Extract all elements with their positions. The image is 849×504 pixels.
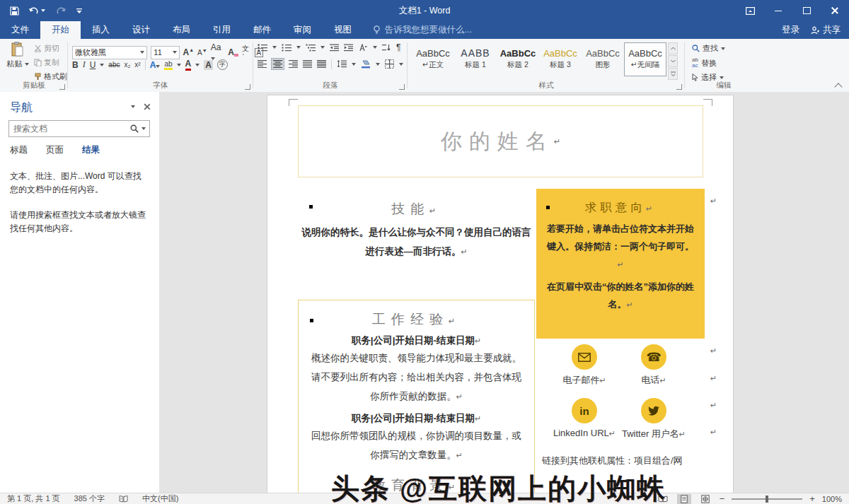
paragraph-dialog-launcher[interactable] <box>399 84 405 90</box>
style-heading3[interactable]: AaBbCc 标题 3 <box>539 42 582 76</box>
zoom-out-button[interactable]: − <box>720 493 725 504</box>
copy-button[interactable]: 复制 <box>34 57 67 68</box>
font-color-button[interactable]: A <box>185 59 192 71</box>
nav-tab-headings[interactable]: 标题 <box>10 144 28 156</box>
tab-insert[interactable]: 插入 <box>81 21 121 39</box>
sign-in-link[interactable]: 登录 <box>782 24 799 36</box>
objective-heading[interactable]: 求职意向↵ <box>536 200 705 216</box>
style-normal[interactable]: AaBbCc ↵正文 <box>412 42 454 76</box>
ribbon-display-options-icon[interactable] <box>736 0 764 21</box>
character-shading-button[interactable]: A <box>204 60 213 70</box>
line-spacing-icon[interactable] <box>337 60 347 68</box>
enclose-characters-button[interactable]: 字 <box>217 59 228 70</box>
objective-box[interactable]: 求职意向↵ 若要开始，请单击占位符文本并开始键入。保持简洁：一两个句子即可。↵ … <box>536 189 705 339</box>
align-center-icon[interactable] <box>272 59 284 69</box>
link-properties-line[interactable]: 链接到其他联机属性：项目组合/网 <box>542 455 712 467</box>
language-indicator[interactable]: 中文(中国) <box>142 493 178 504</box>
clear-formatting-button[interactable]: A <box>228 47 234 57</box>
distribute-icon[interactable] <box>317 60 326 68</box>
collapse-ribbon-icon[interactable] <box>835 82 842 88</box>
highlight-color-button[interactable]: ab <box>164 60 172 70</box>
zoom-level[interactable]: 100% <box>822 495 842 503</box>
style-heading2[interactable]: AaBbCc 标题 2 <box>497 42 539 76</box>
zoom-in-button[interactable]: + <box>809 493 815 504</box>
increase-indent-icon[interactable] <box>344 44 353 52</box>
multilevel-list-icon[interactable] <box>306 44 316 52</box>
tab-layout[interactable]: 布局 <box>161 21 202 39</box>
style-no-spacing[interactable]: AaBbCc ↵无间隔 <box>624 42 666 76</box>
name-placeholder-box[interactable]: 你的姓名 ↵ <box>298 105 703 177</box>
styles-gallery-more-icon[interactable] <box>668 68 678 80</box>
tab-file[interactable]: 文件 <box>0 21 40 39</box>
twitter-icon[interactable] <box>641 398 666 423</box>
nav-close-icon[interactable] <box>144 104 151 110</box>
bullet-list-icon[interactable] <box>258 44 267 52</box>
word-count[interactable]: 385 个字 <box>74 493 105 504</box>
linkedin-icon[interactable]: in <box>572 398 597 423</box>
tab-home[interactable]: 开始 <box>40 21 81 39</box>
shading-icon[interactable] <box>361 60 371 69</box>
highlight-caret-icon[interactable] <box>177 64 181 66</box>
skills-heading[interactable]: 技能↵ <box>301 200 531 218</box>
close-button[interactable] <box>821 0 849 21</box>
decrease-indent-icon[interactable] <box>330 44 339 52</box>
styles-scroll-up-icon[interactable] <box>668 42 678 54</box>
justify-icon[interactable] <box>303 60 312 68</box>
experience-box[interactable]: 工作经验↵ 职务|公司|开始日期-结束日期↵ 概述你的关键职责、领导能力体现和最… <box>298 300 535 493</box>
nav-tab-pages[interactable]: 页面 <box>46 144 64 156</box>
numbered-list-icon[interactable] <box>282 44 291 52</box>
objective-paragraph-2[interactable]: 在页眉中双击“你的姓名”添加你的姓名。↵ <box>545 278 696 314</box>
grow-font-button[interactable]: A▲ <box>183 47 195 57</box>
superscript-button[interactable]: x² <box>134 61 140 69</box>
twitter-label[interactable]: Twitter 用户名↵ <box>608 428 700 440</box>
borders-icon[interactable] <box>385 59 394 69</box>
font-name-combo[interactable]: 微软雅黑 <box>72 46 147 59</box>
font-color-caret-icon[interactable] <box>195 64 200 66</box>
page-indicator[interactable]: 第 1 页, 共 1 页 <box>7 493 60 504</box>
styles-dialog-launcher[interactable] <box>676 84 682 90</box>
underline-caret-icon[interactable] <box>100 64 104 66</box>
objective-paragraph-1[interactable]: 若要开始，请单击占位符文本并开始键入。保持简洁：一两个句子即可。↵ <box>545 220 696 274</box>
job-title-line-2[interactable]: 职务|公司|开始日期-结束日期↵ <box>308 412 524 425</box>
text-effects-button[interactable]: A <box>150 60 161 70</box>
save-icon[interactable] <box>10 6 19 16</box>
experience-heading[interactable]: 工作经验↵ <box>299 310 534 329</box>
align-left-icon[interactable] <box>258 60 267 68</box>
zoom-slider[interactable] <box>732 498 802 500</box>
tab-mailings[interactable]: 邮件 <box>242 21 282 39</box>
search-options-caret-icon[interactable] <box>142 127 146 130</box>
nav-options-caret-icon[interactable] <box>131 105 135 108</box>
strikethrough-button[interactable]: abc <box>108 61 120 69</box>
search-icon[interactable] <box>130 124 139 133</box>
phone-label[interactable]: 电话↵ <box>608 374 700 387</box>
phonetic-guide-button[interactable]: 文ˊ <box>242 44 251 61</box>
search-input[interactable] <box>9 124 130 134</box>
find-button[interactable]: 查找 <box>692 43 725 54</box>
underline-button[interactable]: U <box>90 60 96 70</box>
tab-references[interactable]: 引用 <box>202 21 242 39</box>
replace-button[interactable]: abac 替换 <box>692 57 725 69</box>
tab-view[interactable]: 视图 <box>323 21 363 39</box>
share-button[interactable]: 共享 <box>811 24 841 36</box>
show-paragraph-marks-icon[interactable]: ¶ <box>396 42 400 52</box>
job-body-2[interactable]: 回想你所带领团队的规模，你协调的项目数量，或你撰写的文章数量。↵ <box>307 426 526 465</box>
redo-button[interactable] <box>55 6 66 15</box>
style-graphic[interactable]: AaBbCc 图形 <box>582 42 624 76</box>
name-placeholder-text[interactable]: 你的姓名 <box>441 127 554 156</box>
style-heading1[interactable]: AABB 标题 1 <box>454 42 497 76</box>
cut-button[interactable]: 剪切 <box>34 43 67 54</box>
customize-qat-icon[interactable] <box>76 8 83 14</box>
email-icon[interactable] <box>572 344 597 370</box>
job-body-1[interactable]: 概述你的关键职责、领导能力体现和最主要成就。请不要列出所有内容；给出相关内容，并… <box>307 348 526 406</box>
clipboard-dialog-launcher[interactable] <box>59 84 65 90</box>
minimize-button[interactable] <box>764 0 792 21</box>
skills-body[interactable]: 说明你的特长。是什么让你与众不同？使用自己的语言进行表述—而非行话。↵ <box>301 223 531 262</box>
undo-button[interactable] <box>29 6 45 15</box>
undo-caret-icon[interactable] <box>41 9 45 12</box>
zoom-slider-thumb[interactable] <box>766 496 768 503</box>
bold-button[interactable]: B <box>72 60 79 70</box>
proofing-icon[interactable] <box>119 495 128 503</box>
tell-me-box[interactable]: 告诉我您想要做什么... <box>363 21 472 39</box>
web-layout-icon[interactable] <box>698 494 712 504</box>
asian-layout-icon[interactable] <box>358 44 368 52</box>
